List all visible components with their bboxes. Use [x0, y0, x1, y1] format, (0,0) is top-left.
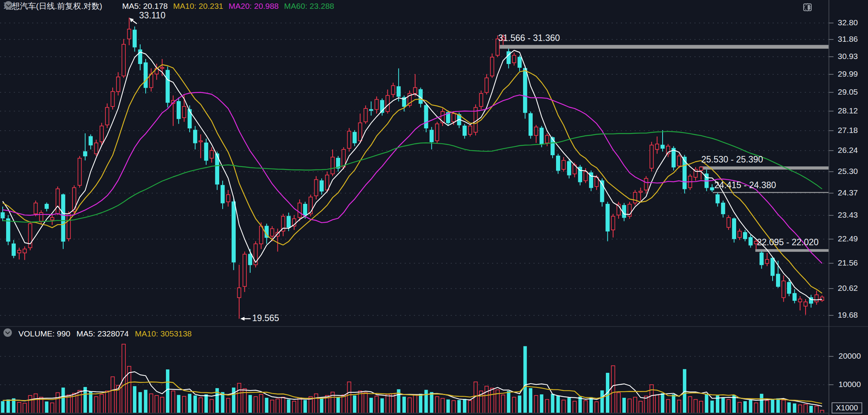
volume-ma10-legend: MA10: 3053138: [135, 329, 192, 338]
volume-axis-label: 20000: [838, 351, 861, 361]
gap-annotation: 24.415 - 24.380: [714, 180, 776, 190]
gap-annotation: 22.095 - 22.020: [757, 237, 819, 248]
price-axis-label: 25.30: [838, 167, 866, 176]
low-annotation: 19.565: [252, 313, 279, 323]
price-axis-label: 27.18: [838, 126, 866, 135]
price-axis-label: 21.56: [838, 258, 866, 267]
price-axis-label: 26.24: [838, 146, 866, 155]
price-axis-label: 28.12: [838, 106, 866, 115]
ma5-legend: MA5: 20.178: [122, 2, 168, 11]
price-axis-label: 29.05: [838, 87, 866, 97]
split-panel-icon[interactable]: [817, 2, 827, 12]
price-ma10-line: [3, 65, 822, 293]
ma20-legend: MA20: 20.988: [229, 2, 279, 11]
high-annotation: 33.110: [139, 10, 166, 21]
price-axis-label: 19.68: [838, 310, 866, 320]
chart-toolbar: [802, 2, 827, 12]
volume-unit-label: X1000: [832, 402, 862, 413]
volume-axis-label: 10000: [838, 380, 861, 389]
price-axis-label: 30.93: [838, 52, 866, 61]
ma60-legend: MA60: 23.288: [284, 2, 334, 11]
ma10-legend: MA10: 20.231: [173, 2, 223, 11]
gap-annotation: 25.530 - 25.390: [701, 154, 763, 165]
volume-pane-header: VOLUME: 990 MA5: 2328074 MA10: 3053138: [3, 328, 192, 340]
price-ma20-line: [3, 92, 822, 263]
price-ma5-line: [3, 50, 822, 300]
page-title: 理想汽车(日线.前复权.对数): [4, 1, 102, 11]
price-axis-label: 31.86: [838, 34, 866, 44]
price-axis-label: 29.99: [838, 69, 866, 79]
price-axis-label: 24.37: [838, 188, 866, 197]
volume-ma5-legend: MA5: 2328074: [76, 329, 129, 338]
stock-chart-window: 理想汽车(日线.前复权.对数) MA5: 20.178 MA10: 20.231…: [0, 0, 868, 415]
gap-annotation: 31.566 - 31.360: [498, 33, 560, 43]
gap-bar: [713, 192, 829, 193]
price-axis-label: 23.43: [838, 210, 866, 220]
chevron-down-icon[interactable]: [108, 2, 117, 11]
price-axis-label: 20.62: [838, 284, 866, 293]
price-pane-header: 理想汽车(日线.前复权.对数) MA5: 20.178 MA10: 20.231…: [4, 1, 334, 11]
axis-ticks: [829, 23, 834, 385]
price-axis-label: 22.49: [838, 234, 866, 243]
volume-bars: [1, 344, 824, 413]
gap-bar: [700, 166, 829, 169]
chevron-down-icon[interactable]: [3, 329, 12, 338]
candlestick-volume-chart[interactable]: [0, 0, 868, 415]
price-ma60-line: [3, 131, 822, 222]
gap-bar: [497, 45, 829, 49]
volume-value: VOLUME: 990: [18, 329, 70, 338]
price-axis-label: 32.80: [838, 18, 866, 27]
